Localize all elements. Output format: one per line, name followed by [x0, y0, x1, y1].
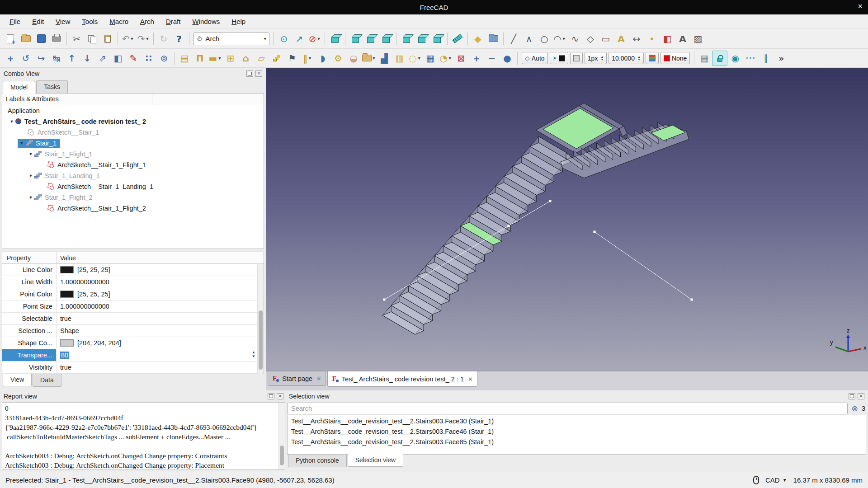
tree-item-stair-1-flight-2[interactable]: ▼Stair_1_Flight_2 [2, 192, 264, 203]
menu-draft[interactable]: Draft [160, 16, 187, 27]
clear-search-icon[interactable]: ⊗ [851, 404, 858, 413]
snap-parallel-button[interactable]: ∥ [758, 51, 774, 66]
tab-view[interactable]: View [3, 374, 32, 386]
tab-selection-view[interactable]: Selection view [348, 454, 404, 467]
tree-item-archsketch-stair-1-flight-2[interactable]: ArchSketch__Stair_1_Flight_2 [2, 203, 264, 214]
arch-multimaterial-button[interactable]: ▬▼ [208, 51, 223, 66]
tree-item-archsketch-stair-1-flight-1[interactable]: ArchSketch__Stair_1_Flight_1 [2, 160, 264, 170]
expand-arrow-icon[interactable]: ▼ [28, 195, 34, 200]
draft-wire-2[interactable] [594, 232, 692, 300]
apply-style-button[interactable] [646, 52, 659, 64]
expand-arrow-icon[interactable]: ▼ [28, 152, 34, 156]
arch-component-button[interactable]: ◆ [470, 31, 486, 47]
property-value[interactable]: [204, 204, 204] [57, 337, 264, 349]
snap-lock-button[interactable] [712, 51, 727, 66]
mdi-tab-start-page[interactable]: FStart page× [268, 371, 326, 386]
property-value[interactable]: Shape [57, 325, 264, 337]
arch-cutplane-button[interactable]: ⊠ [453, 51, 469, 66]
spinner-arrows[interactable]: ▲▼ [600, 56, 604, 61]
draft-clone-button[interactable]: ⊚ [156, 51, 172, 66]
toolbar-overflow-button[interactable]: » [774, 51, 789, 66]
undo-button[interactable]: ↶▼ [120, 31, 136, 47]
refresh-button[interactable]: ↻ [156, 31, 171, 47]
nav-style-selector[interactable]: CAD ▼ [765, 476, 787, 484]
arch-wall-button[interactable]: ▤ [177, 51, 192, 66]
draft-point-button[interactable]: • [644, 31, 660, 47]
report-view-float-button[interactable] [268, 393, 274, 399]
tab-model[interactable]: Model [3, 81, 35, 94]
draft-circle-button[interactable]: ○ [537, 31, 552, 47]
menu-file[interactable]: File [4, 16, 26, 27]
draft-line-button[interactable]: ╱ [506, 31, 521, 47]
draft-bspline-button[interactable]: ∿ [567, 31, 583, 47]
arch-section-plane-button[interactable]: ◔▼ [438, 51, 453, 66]
property-row-visibility[interactable]: Visibilitytrue [2, 361, 264, 374]
draft-rectangle-button[interactable]: ▭ [598, 31, 613, 47]
menu-windows[interactable]: Windows [186, 16, 226, 27]
wire-point[interactable] [691, 299, 693, 301]
combo-view-float-button[interactable] [246, 70, 253, 77]
draft-text-button[interactable]: A [613, 31, 629, 47]
draft-upgrade-button[interactable]: ↑ [64, 51, 80, 66]
arch-buildingpart-button[interactable]: ▼ [361, 51, 377, 66]
open-file-button[interactable] [18, 31, 33, 47]
menu-help[interactable]: Help [226, 16, 251, 27]
draft-hatch-button[interactable]: ▨ [690, 31, 706, 47]
selection-search-input[interactable] [287, 403, 848, 414]
tree-item-archsketch-stair-1[interactable]: ArchSketch__Stair_1 [2, 127, 264, 138]
autogroup-selector[interactable]: None [660, 52, 690, 64]
expand-arrow-icon[interactable]: ▼ [28, 174, 34, 178]
arch-remove-button[interactable]: − [484, 51, 500, 66]
draft-rotate-button[interactable]: ↺ [18, 51, 33, 66]
arch-schedule-button[interactable]: ▦ [423, 51, 438, 66]
selection-list-item[interactable]: Test__ArchStairs__code_revision_test__2.… [288, 427, 866, 437]
close-icon[interactable]: × [468, 375, 472, 383]
snap-grid-button[interactable]: ▦ [697, 51, 712, 66]
wire-point[interactable] [549, 200, 552, 202]
property-value[interactable]: 1.000000000000 [57, 276, 264, 288]
draft-wire-1[interactable] [384, 201, 550, 300]
copy-button[interactable] [85, 31, 100, 47]
property-value[interactable]: true [57, 361, 264, 373]
view-right-button[interactable] [378, 31, 394, 47]
close-icon[interactable]: × [317, 375, 321, 382]
tree-item-test-archstairs-code-revision-test-2[interactable]: ▼Test_ ArchStairs_ code revision test_ 2 [2, 116, 264, 127]
selection-list-item[interactable]: Test__ArchStairs__code_revision_test__2.… [288, 416, 866, 427]
property-row-selectable[interactable]: Selectabletrue [2, 313, 264, 325]
wire-point[interactable] [508, 225, 510, 227]
3d-viewport[interactable]: zyx [266, 68, 868, 371]
report-view-content[interactable]: 0 33181aed-443b-4cd7-8693-06692ccbd04f {… [2, 402, 285, 470]
menu-arch[interactable]: Arch [134, 16, 160, 27]
arch-panel-button[interactable]: ▱ [254, 51, 269, 66]
draft-edit-button[interactable]: ✎ [126, 51, 141, 66]
draft-polyline-button[interactable]: ∧ [521, 31, 537, 47]
arch-reference-button[interactable]: ● [500, 51, 515, 66]
property-scrollbar-thumb[interactable] [259, 310, 263, 370]
face-color-button[interactable] [570, 52, 583, 64]
new-file-button[interactable] [3, 31, 18, 47]
cut-button[interactable]: ✂ [69, 31, 85, 47]
tab-tasks[interactable]: Tasks [36, 80, 68, 93]
tab-python-console[interactable]: Python console [288, 455, 347, 467]
arch-roof-button[interactable]: ⌂ [238, 51, 254, 66]
draft-downgrade-button[interactable]: ↓ [80, 51, 95, 66]
wire-point[interactable] [594, 231, 596, 233]
draft-shapestring-button[interactable]: A [675, 31, 690, 47]
property-value[interactable]: [25, 25, 25] [57, 264, 264, 276]
arch-material-button[interactable]: ◌▼ [407, 51, 423, 66]
draft-scale-button[interactable]: ⇗ [95, 51, 110, 66]
property-value[interactable]: 1.000000000000 [57, 300, 264, 312]
draft-move-button[interactable]: ＋ [3, 51, 18, 66]
arch-gear-button[interactable]: ⚙ [330, 51, 346, 66]
expand-arrow-icon[interactable]: ▼ [9, 119, 15, 124]
arch-equipment-button[interactable]: ▥ [392, 51, 407, 66]
spinner-arrows[interactable]: ▲▼ [637, 56, 641, 61]
property-row-transpare[interactable]: Transpare...80▲▼ [2, 349, 264, 361]
value-spinner[interactable]: ▲▼ [252, 350, 255, 358]
selection-list-item[interactable]: Test__ArchStairs__code_revision_test__2.… [288, 437, 866, 447]
group-button[interactable] [486, 31, 501, 47]
tab-data[interactable]: Data [33, 374, 61, 387]
arch-structure-button[interactable]: Π [192, 51, 208, 66]
arch-window-button[interactable]: ⊞ [223, 51, 238, 66]
report-scrollbar-thumb[interactable] [280, 446, 284, 465]
